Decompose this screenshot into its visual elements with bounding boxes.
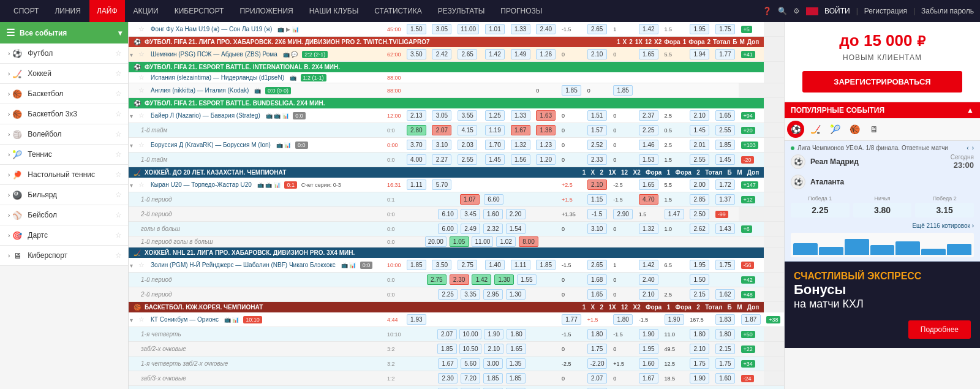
tabletennis-star[interactable]: ☆ [115,170,122,179]
nav-liniya[interactable]: ЛИНИЯ [47,0,88,22]
odd-fora2[interactable]: 1.32 [639,224,658,234]
odd-1x[interactable]: 1.54 [506,224,526,234]
more-bets[interactable]: +5 [741,26,752,33]
darts-star[interactable]: ☆ [115,231,122,240]
event-name[interactable]: Кыран U20 — Торпедо-Жастар U20 [151,181,252,188]
sidebar-item-bball3x3-expand[interactable]: › [6,111,12,118]
odd-total-m[interactable]: 1.62 [715,289,735,300]
odd-3[interactable]: 2.75 [458,260,477,270]
volleyball-star[interactable]: ☆ [115,130,122,138]
nav-next[interactable]: › [972,145,974,151]
nav-akcii[interactable]: АКЦИИ [126,0,166,22]
odd-total-m[interactable]: 1.43 [715,224,735,234]
odd-fora2[interactable]: 1.65 [639,179,658,190]
more-bets[interactable]: +50 [741,331,755,338]
odd-fora1[interactable]: 2.65 [587,260,607,270]
tennis-star[interactable]: ☆ [115,150,122,159]
odd-fora1[interactable]: 1.15 [587,194,607,205]
star-icon[interactable]: ☆ [138,181,145,188]
sport-tab-football[interactable]: ⚽ [787,121,804,138]
sidebar-item-volleyball-expand[interactable]: › [6,131,12,138]
odd-x2[interactable]: 1.26 [536,49,556,59]
more-bets[interactable]: +34 [741,360,755,368]
odd-total-b[interactable]: 1.94 [690,49,709,59]
odd-12[interactable]: 1.33 [511,110,530,121]
odds-win1-value[interactable]: 2.25 [791,203,850,217]
odd-1x[interactable]: 2.20 [506,209,526,219]
odd-total-m[interactable]: 2.50 [690,209,709,219]
odd-2[interactable]: 1.42 [472,274,491,285]
odd-1[interactable]: 1.67 [438,358,458,369]
sidebar-item-darts-expand[interactable]: › [6,232,12,239]
odd-1[interactable]: 3.70 [407,140,426,150]
odd-x[interactable]: 2.27 [432,154,451,165]
more-bets[interactable]: +12 [741,196,755,203]
sidebar-item-baseball[interactable]: › ⚾ Бейсбол ☆ [0,205,128,225]
odd-1[interactable]: 1.93 [407,314,426,325]
odd-fora1[interactable]: -2.20 [587,358,608,369]
odd-1[interactable]: 2.07 [437,329,457,339]
more-bets[interactable]: +6 [741,225,752,233]
nav-results[interactable]: РЕЗУЛЬТАТЫ [431,0,492,22]
odd-x2[interactable]: 1.63 [536,110,556,121]
odd-1[interactable]: 4.00 [407,154,426,165]
esports-star[interactable]: ☆ [115,251,122,260]
odd-total-m[interactable]: 1.45 [715,154,735,165]
odd-fora1[interactable]: 1.57 [587,125,607,135]
star-icon[interactable]: ☆ [138,74,145,81]
odd-total-m[interactable]: 1.75 [715,358,735,369]
register-button[interactable]: ЗАРЕГИСТРИРОВАТЬСЯ [802,71,962,93]
sport-tab-esports[interactable]: 🖥 [865,121,883,138]
odd-total-b[interactable]: 2.85 [690,194,709,205]
sidebar-item-tennis-expand[interactable]: › [6,151,12,158]
odd-1[interactable]: 1.85 [437,344,457,354]
odd-total-b[interactable]: 2.55 [690,154,709,165]
odd-total-m[interactable]: 1.65 [715,110,735,121]
nav-prognoz[interactable]: ПРОГНОЗЫ [493,0,549,22]
odd-total-b[interactable]: 1.83 [715,314,735,325]
odd-x[interactable]: 3.35 [461,289,480,300]
odd-x[interactable]: 5.60 [461,358,480,369]
sport-tab-tennis[interactable]: 🎾 [826,121,843,138]
event-name[interactable]: Шемякин (PSG) ПСЖ — Абдыев (ZBS) Рома [151,51,277,58]
expand-icon[interactable]: ▾ [130,262,133,269]
odd-12[interactable]: 8.00 [519,236,538,247]
odd-fora2[interactable]: 2.90 [613,209,633,219]
event-name[interactable]: КТ Соникбум — Орионс [151,316,219,323]
odd-1[interactable]: 1.85 [407,260,426,270]
billiards-star[interactable]: ☆ [115,191,122,199]
odd-fora2[interactable]: 1.67 [639,373,658,383]
odd-total-b[interactable]: 2.10 [690,110,709,121]
odd-3[interactable]: 1.30 [506,289,526,300]
odd-total-b[interactable]: 2.15 [690,289,709,300]
star-icon[interactable]: ☆ [138,141,145,148]
odd-total-b[interactable]: 1.90 [690,373,709,383]
star-icon[interactable]: ☆ [138,25,145,32]
odd-1[interactable]: 2.80 [407,125,426,135]
sport-tab-hockey[interactable]: 🏒 [807,121,824,138]
more-bets[interactable]: +41 [741,51,755,58]
more-bets[interactable]: +103 [741,142,758,149]
odd-fora2[interactable]: 1.42 [639,24,658,34]
nav-sport[interactable]: СПОРТ [6,0,46,22]
bonus-button[interactable]: Подробнее [908,320,971,339]
more-bets[interactable]: -20 [741,156,754,164]
odd-fora1[interactable]: 2.10 [587,179,607,190]
odd-fora2[interactable]: 4.70 [639,194,658,205]
odd-total-m[interactable]: 1.75 [715,24,735,34]
more-bets[interactable]: +42 [741,276,755,284]
odd-12[interactable]: 1.56 [511,154,530,165]
star-icon[interactable]: ☆ [138,86,145,94]
odd-fora2[interactable]: 1.95 [639,344,658,354]
more-bets[interactable]: +20 [741,127,755,134]
sport-tab-basketball[interactable]: 🏀 [846,121,863,138]
event-name[interactable]: Золин (PGM) Н-Й Рейнджерс — Шабалин (NBF… [151,262,336,268]
odd-1x[interactable]: 1.42 [485,49,505,59]
odd-x[interactable]: 3.10 [432,140,451,150]
odd-12[interactable]: 1.49 [511,49,530,59]
odd-total-b[interactable]: 1.75 [690,358,709,369]
odd-x[interactable]: 3.05 [432,110,451,121]
odd-1[interactable]: 1.50 [407,24,426,34]
odd-x2[interactable]: 2.40 [536,24,556,34]
odd-2[interactable]: 2.95 [483,289,503,300]
